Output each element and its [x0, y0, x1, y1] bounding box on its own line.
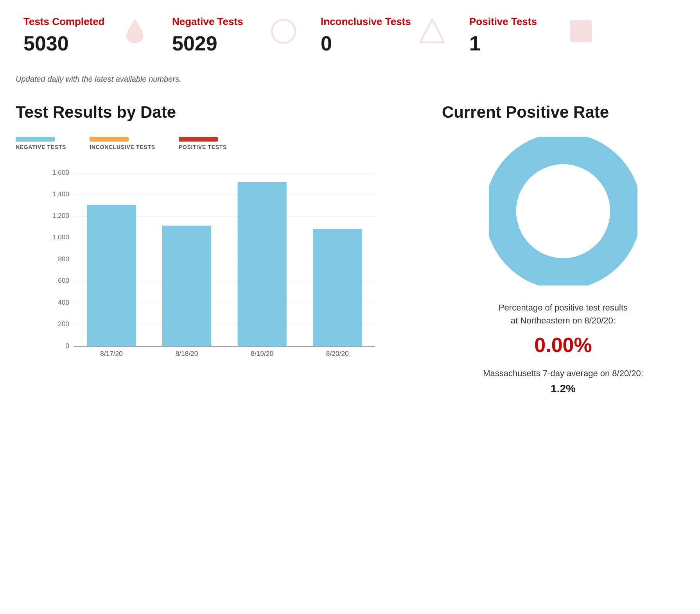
donut-chart-container — [489, 137, 637, 285]
chart-legend: NEGATIVE TESTS INCONCLUSIVE TESTS POSITI… — [16, 137, 411, 150]
donut-section: Current Positive Rate Percentage of posi… — [442, 103, 684, 395]
chart-title: Test Results by Date — [16, 103, 411, 121]
legend-swatch-inconclusive — [90, 137, 129, 142]
update-note: Updated daily with the latest available … — [16, 75, 684, 84]
drop-icon-tests-completed — [121, 18, 149, 45]
svg-point-27 — [516, 164, 610, 258]
donut-title: Current Positive Rate — [442, 103, 684, 121]
donut-wrapper — [442, 137, 684, 285]
legend-item-negative: NEGATIVE TESTS — [16, 137, 66, 150]
svg-text:8/19/20: 8/19/20 — [251, 350, 273, 357]
stat-value-row-inconclusive-tests: 0 — [321, 32, 332, 55]
donut-rate-value: 0.00% — [442, 333, 684, 357]
svg-rect-2 — [570, 20, 592, 42]
legend-item-inconclusive: INCONCLUSIVE TESTS — [90, 137, 155, 150]
stats-row: Tests Completed 5030 Negative Tests 5029… — [16, 12, 684, 67]
stat-value-inconclusive-tests: 0 — [321, 32, 332, 55]
legend-swatch-negative — [16, 137, 55, 142]
stat-label-tests-completed: Tests Completed — [23, 16, 105, 28]
bar-8-18 — [162, 226, 211, 346]
stat-label-negative-tests: Negative Tests — [172, 16, 243, 28]
legend-label-negative: NEGATIVE TESTS — [16, 144, 66, 150]
bar-chart-container: 1,600 1,400 1,200 1,000 800 600 400 — [16, 162, 411, 365]
svg-text:1,600: 1,600 — [52, 169, 69, 176]
stat-card-inconclusive-tests: Inconclusive Tests 0 — [313, 12, 461, 59]
stat-value-row-negative-tests: 5029 — [172, 32, 217, 55]
stat-card-negative-tests: Negative Tests 5029 — [164, 12, 313, 59]
circle-icon-negative-tests — [270, 18, 297, 45]
donut-chart-svg — [489, 137, 637, 285]
svg-text:800: 800 — [58, 255, 69, 263]
square-icon-positive-tests — [567, 18, 594, 45]
donut-description: Percentage of positive test resultsat No… — [442, 301, 684, 327]
main-content: Test Results by Date NEGATIVE TESTS INCO… — [16, 103, 684, 395]
stat-card-tests-completed: Tests Completed 5030 — [16, 12, 164, 59]
bar-8-19 — [238, 182, 287, 346]
stat-label-positive-tests: Positive Tests — [469, 16, 537, 28]
legend-label-inconclusive: INCONCLUSIVE TESTS — [90, 144, 155, 150]
svg-point-0 — [272, 20, 295, 43]
legend-swatch-positive — [179, 137, 218, 142]
svg-text:8/17/20: 8/17/20 — [100, 350, 123, 357]
stat-label-inconclusive-tests: Inconclusive Tests — [321, 16, 411, 28]
stat-value-row-tests-completed: 5030 — [23, 32, 69, 55]
legend-item-positive: POSITIVE TESTS — [179, 137, 227, 150]
stat-value-row-positive-tests: 1 — [469, 32, 481, 55]
svg-text:0: 0 — [66, 342, 70, 350]
svg-text:1,400: 1,400 — [52, 190, 69, 198]
stat-value-negative-tests: 5029 — [172, 32, 217, 55]
bar-8-17 — [87, 205, 136, 346]
donut-info: Percentage of positive test resultsat No… — [442, 301, 684, 395]
svg-text:8/20/20: 8/20/20 — [326, 350, 349, 357]
svg-text:400: 400 — [58, 298, 69, 306]
legend-label-positive: POSITIVE TESTS — [179, 144, 227, 150]
bar-chart-svg: 1,600 1,400 1,200 1,000 800 600 400 — [16, 162, 411, 365]
stat-value-tests-completed: 5030 — [23, 32, 69, 55]
ma-avg-rate: 1.2% — [442, 382, 684, 395]
svg-text:1,000: 1,000 — [52, 233, 69, 241]
svg-text:200: 200 — [58, 320, 69, 328]
svg-text:600: 600 — [58, 276, 69, 284]
svg-text:8/18/20: 8/18/20 — [176, 350, 198, 357]
svg-text:1,200: 1,200 — [52, 212, 69, 220]
stat-value-positive-tests: 1 — [469, 32, 481, 55]
chart-section: Test Results by Date NEGATIVE TESTS INCO… — [16, 103, 411, 365]
bar-8-20 — [313, 229, 362, 346]
stat-card-positive-tests: Positive Tests 1 — [461, 12, 610, 59]
ma-avg-description: Massachusetts 7-day average on 8/20/20: — [442, 368, 684, 379]
triangle-icon-inconclusive-tests — [418, 18, 446, 45]
svg-marker-1 — [420, 19, 444, 42]
